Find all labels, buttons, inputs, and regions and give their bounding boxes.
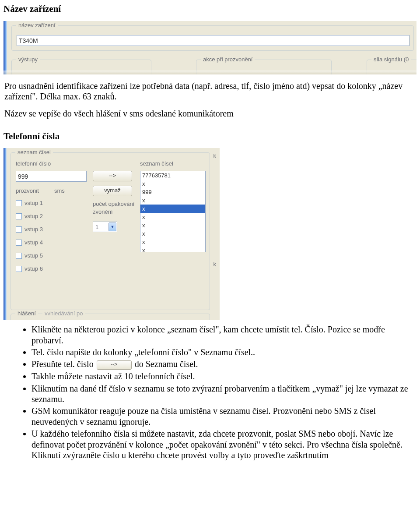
- repeat-count-select[interactable]: 1 ▼: [93, 222, 117, 232]
- repeat-count-value: 1: [95, 224, 98, 230]
- phone-number-input[interactable]: [16, 171, 87, 182]
- label-call: prozvonit: [16, 187, 39, 194]
- heading-device-name: Název zařízení: [4, 4, 416, 14]
- list-item[interactable]: x: [140, 238, 205, 246]
- list-item: GSM komunikátor reaguje pouze na čísla u…: [32, 406, 412, 427]
- delete-button[interactable]: vymaž: [93, 186, 132, 196]
- list-item[interactable]: 777635781: [140, 171, 205, 180]
- instructions-list: Klikněte na některou pozici v kolonce „s…: [4, 324, 416, 460]
- list-item: Kliknutím na dané tlf číslo v seznamu se…: [32, 383, 412, 405]
- list-item-selected[interactable]: x: [140, 205, 205, 213]
- list-item[interactable]: x: [140, 196, 205, 205]
- list-item: Přesuňte tel. číslo --> do Seznamu čísel…: [32, 359, 412, 370]
- label-repeat-2: zvonění: [93, 208, 113, 215]
- list-item: U každého telefonního čísla si můžete na…: [32, 428, 412, 460]
- groupbox-label: název zařízení: [16, 22, 58, 28]
- groupbox-label-action: akce při prozvonění: [201, 56, 255, 63]
- checkbox-input-2[interactable]: vstup 2: [16, 213, 43, 219]
- groupbox-report: hlášení vvhledávání po: [10, 314, 210, 320]
- checkbox-icon: [16, 253, 22, 259]
- add-to-list-button[interactable]: -->: [93, 171, 132, 181]
- inline-add-button: -->: [97, 360, 132, 370]
- screenshot-device-name: název zařízení výstupy akce při prozvoně…: [4, 21, 416, 74]
- paragraph-sms: Název se vepíše do všech hlášení v sms o…: [4, 108, 416, 119]
- groupbox-label-report: hlášení: [15, 310, 38, 317]
- list-item[interactable]: x: [140, 180, 205, 188]
- list-item: Tel. číslo napište do kolonky „telefonní…: [32, 347, 412, 357]
- paragraph-intro: Pro usnadnění identifikace zařízení lze …: [4, 81, 416, 102]
- numbers-listbox[interactable]: 777635781 x 999 x x x x x x x: [140, 171, 206, 252]
- window-accent: [4, 21, 7, 74]
- heading-phone-numbers: Telefonní čísla: [4, 131, 416, 142]
- groupbox-label-phone-list: seznam čísel: [15, 149, 53, 155]
- checkbox-label: vstup 2: [24, 213, 43, 219]
- list-text-pre: Přesuňte tel. číslo: [32, 359, 96, 369]
- list-item: Takhle můžete nastavit až 10 telefonních…: [32, 371, 412, 381]
- checkbox-icon: [16, 266, 22, 272]
- label-k-bottom: k: [214, 261, 217, 268]
- list-item[interactable]: x: [140, 221, 205, 229]
- decorative-gloss: [4, 71, 416, 74]
- checkbox-input-1[interactable]: vstup 1: [16, 200, 43, 206]
- checkbox-icon: [16, 240, 22, 246]
- checkbox-label: vstup 6: [24, 265, 43, 272]
- list-item[interactable]: x: [140, 229, 205, 238]
- checkbox-input-5[interactable]: vstup 5: [16, 252, 43, 259]
- checkbox-label: vstup 1: [24, 200, 43, 206]
- list-item: Klikněte na některou pozici v kolonce „s…: [32, 324, 412, 346]
- checkbox-icon: [16, 226, 22, 233]
- checkbox-label: vstup 5: [24, 252, 43, 259]
- label-number-list: seznam čísel: [140, 160, 173, 167]
- checkbox-input-3[interactable]: vstup 3: [16, 226, 43, 233]
- screenshot-phone-list: seznam čísel telefonní číslo seznam číse…: [4, 148, 220, 320]
- list-item[interactable]: x: [140, 246, 205, 252]
- chevron-down-icon: ▼: [108, 222, 116, 231]
- checkbox-label: vstup 3: [24, 226, 43, 233]
- checkbox-label: vstup 4: [24, 239, 43, 246]
- label-phone-number: telefonní číslo: [16, 160, 51, 167]
- groupbox-label-outputs: výstupy: [16, 56, 40, 63]
- label-searching: vvhledávání po: [42, 310, 85, 317]
- label-sms: sms: [54, 187, 65, 194]
- checkbox-input-6[interactable]: vstup 6: [16, 265, 43, 272]
- checkbox-input-4[interactable]: vstup 4: [16, 239, 43, 246]
- device-name-input[interactable]: [17, 35, 410, 46]
- list-text-post: do Seznamu čísel.: [135, 359, 198, 369]
- window-accent: [4, 148, 7, 320]
- checkbox-icon: [16, 200, 22, 206]
- label-repeat-1: počet opakování: [93, 201, 134, 207]
- list-item[interactable]: x: [140, 213, 205, 221]
- checkbox-icon: [16, 213, 22, 219]
- list-item[interactable]: 999: [140, 188, 205, 196]
- groupbox-label-signal: síla signálu (0: [371, 56, 411, 63]
- label-k-top: k: [214, 152, 217, 159]
